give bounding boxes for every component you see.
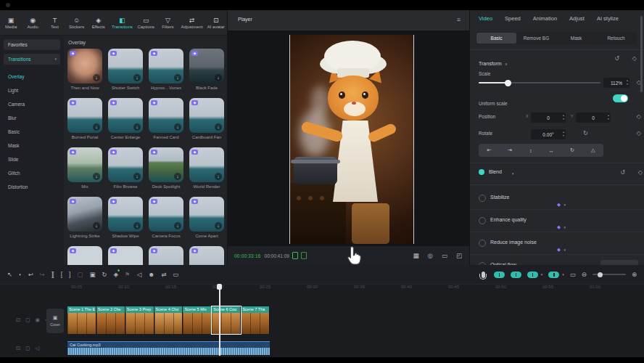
flip-vertical-icon[interactable]: ↕ [520, 148, 541, 153]
ai-avatar-tab[interactable]: ⊡ AI avatar [207, 17, 225, 29]
tab-adjust[interactable]: Adjust [569, 15, 585, 22]
magnet-toggle-icon[interactable] [548, 272, 559, 278]
optical-flow-extra-button[interactable] [600, 260, 638, 265]
effects-tab[interactable]: ◈ Effects [90, 17, 107, 29]
video-clip[interactable]: Scene 7 Tha [241, 306, 270, 334]
track-mute-icon[interactable]: ◁ [36, 345, 40, 351]
select-tool[interactable]: ↖ [7, 271, 12, 278]
keyframe-icon[interactable]: ◇ [638, 169, 643, 176]
audio-clip[interactable]: Cat Cooking.mp3 [67, 341, 270, 355]
section-checkbox[interactable] [479, 195, 486, 202]
category-item[interactable]: Camera [0, 97, 64, 111]
fullscreen-icon[interactable]: ◰ [456, 252, 462, 259]
download-icon[interactable]: ↓ [133, 123, 141, 131]
ai-cut-button[interactable]: ◈ [114, 271, 118, 278]
transition-tile[interactable]: ◆ ↓ World Render [189, 147, 224, 190]
chevron-down-icon[interactable]: ▾ [562, 272, 564, 277]
avatar-button[interactable]: ☻ [148, 271, 154, 278]
inspector-scrollbar[interactable] [640, 16, 643, 92]
transition-tile[interactable]: ◆ ↓ Fanned Card [149, 98, 183, 141]
split-button[interactable]: ][ [51, 271, 54, 278]
mirror-preview-icon[interactable]: ▭ [442, 252, 447, 259]
chevron-down-icon[interactable]: ▾ [564, 225, 566, 229]
scale-slider[interactable] [479, 82, 600, 83]
transition-thumbnail[interactable]: ◆ ↓ [108, 49, 143, 83]
transition-thumbnail[interactable]: ◆ ↓ [108, 197, 143, 232]
transition-thumbnail[interactable]: ◆ ↓ [189, 49, 224, 83]
tab-ai-stylize[interactable]: AI stylize [597, 15, 619, 22]
clip-thumbnail-strip[interactable] [183, 313, 211, 334]
zoom-out-icon[interactable]: ⊖ [582, 271, 587, 278]
transition-thumbnail[interactable]: ◆ ↓ [108, 147, 143, 182]
transform-section-header[interactable]: Transform ∧ ↺ ◇ [479, 55, 638, 64]
category-item[interactable]: Blur [0, 111, 64, 125]
scale-value-box[interactable]: 112% ▴▾ [603, 78, 629, 88]
zoom-in-icon[interactable]: ⊕ [632, 271, 637, 278]
transitions-tab[interactable]: ◧ Transitions [112, 17, 133, 29]
track-lock-icon[interactable]: ◻ [25, 345, 30, 351]
flip-horizontal-icon[interactable]: ↔ [541, 148, 562, 153]
transitions-group-button[interactable]: Transitions ▾ [4, 54, 60, 65]
download-icon[interactable]: ↓ [93, 123, 100, 131]
transition-tile[interactable]: ◆ ↓ Shutter Switch [108, 49, 143, 91]
marker-button[interactable]: ⚑ [125, 271, 130, 278]
keyframe-icon[interactable]: ◇ [637, 113, 641, 120]
chevron-down-icon[interactable]: ▾ [564, 203, 566, 207]
video-clip[interactable]: Scene 2 Che [96, 306, 125, 334]
cover-button[interactable]: ▣ Cover [46, 309, 64, 333]
transition-thumbnail[interactable]: ◆ ↓ [149, 49, 183, 83]
level-icon[interactable]: △ [582, 147, 603, 153]
download-icon[interactable]: ↓ [93, 74, 100, 81]
download-icon[interactable]: ↓ [215, 123, 222, 131]
mirror-vertical-icon[interactable]: ⇥ [500, 147, 521, 153]
adjust-button[interactable]: ⇄ [161, 271, 165, 278]
chevron-down-icon[interactable]: ▾ [564, 248, 566, 252]
reset-icon[interactable]: ↺ [620, 169, 625, 176]
download-icon[interactable]: ↓ [133, 222, 141, 229]
player-menu-icon[interactable]: ≡ [457, 16, 461, 23]
crop-handle-left[interactable] [289, 35, 290, 244]
category-item[interactable]: Mask [0, 139, 64, 152]
mirror-horizontal-icon[interactable]: ⇤ [479, 147, 500, 153]
clip-thumbnail-strip[interactable] [212, 313, 240, 334]
transition-thumbnail[interactable]: ◆ ↓ [149, 197, 183, 232]
record-screen-button[interactable]: ▭ [173, 271, 178, 278]
keyframe-icon[interactable]: ◇ [637, 130, 641, 136]
category-item[interactable]: Basic [0, 125, 64, 139]
transition-tile[interactable]: ◆ ↓ [67, 246, 102, 265]
download-icon[interactable]: ↓ [133, 173, 141, 180]
captions-tab[interactable]: ▭ Captions [137, 17, 154, 29]
rotate-dial-icon[interactable]: ↻ [583, 130, 588, 136]
chevron-down-icon[interactable]: ▾ [541, 272, 543, 277]
download-icon[interactable]: ↓ [215, 173, 222, 180]
transition-thumbnail[interactable]: ◆ ↓ [189, 197, 224, 232]
transition-tile[interactable]: ◆ ↓ [149, 246, 183, 265]
transition-tile[interactable]: ◆ ↓ Then and Now [67, 49, 102, 91]
transition-tile[interactable]: ◆ ↓ Deck Spotlight [149, 147, 183, 190]
tab-speed[interactable]: Speed [505, 15, 521, 22]
keyframe-toggle-icon[interactable] [511, 272, 521, 278]
category-item[interactable]: Slide [0, 152, 64, 166]
clip-thumbnail-strip[interactable] [241, 313, 269, 334]
microphone-icon[interactable] [482, 272, 485, 278]
download-icon[interactable]: ↓ [174, 74, 181, 81]
transition-thumbnail[interactable]: ◆ ↓ [67, 98, 102, 133]
transition-thumbnail[interactable]: ◆ ↓ [149, 147, 183, 182]
category-item[interactable]: Overlay [0, 70, 64, 83]
category-item[interactable]: Distortion [0, 180, 64, 194]
uniform-scale-toggle[interactable] [613, 94, 628, 102]
stepper-icon[interactable]: ▴▾ [563, 130, 564, 137]
transition-thumbnail[interactable]: ◆ ↓ [149, 246, 183, 265]
track-main-icon[interactable]: ⊡ [16, 345, 20, 351]
download-icon[interactable]: ↓ [93, 173, 100, 180]
video-clip[interactable]: Scene 4 Cho [154, 306, 183, 334]
timeline-ruler[interactable]: 00:0500:1000:1500:2000:2500:3000:3500:40… [53, 285, 619, 293]
transition-thumbnail[interactable]: ◆ ↓ [67, 147, 102, 182]
subtab-mask[interactable]: Mask [556, 33, 596, 44]
transition-tile[interactable]: ◆ ↓ Black Fade [189, 49, 224, 91]
delete-button[interactable]: ▢ [77, 271, 82, 278]
timeline-zoom-slider[interactable] [593, 274, 626, 275]
filters-tab[interactable]: ▽ Filters [159, 17, 176, 29]
download-icon[interactable]: ↓ [174, 222, 181, 229]
blend-row[interactable]: Blend ▾ ↺ ◇ [470, 168, 644, 179]
